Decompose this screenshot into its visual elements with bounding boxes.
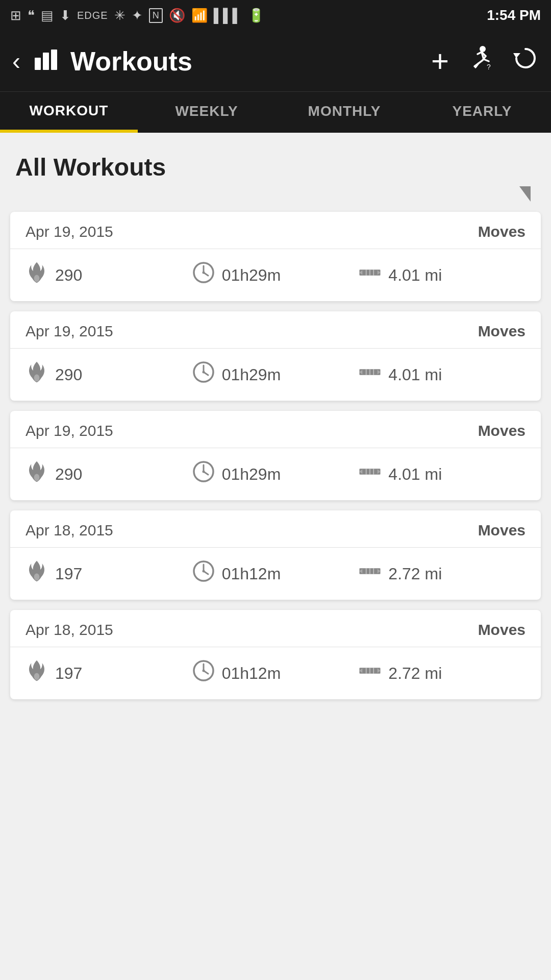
calories-stat: 197 [26, 659, 192, 687]
workout-card[interactable]: Apr 19, 2015 Moves 290 [10, 411, 541, 500]
tab-yearly[interactable]: YEARLY [413, 92, 551, 133]
svg-point-17 [34, 374, 40, 381]
svg-point-28 [34, 474, 40, 481]
section-title: All Workouts [10, 153, 541, 181]
svg-line-54 [204, 671, 208, 674]
sort-triangle-icon [519, 186, 531, 202]
svg-rect-2 [51, 50, 57, 70]
workout-date: Apr 19, 2015 [26, 323, 113, 340]
duration-value: 01h29m [222, 465, 281, 484]
mute-icon: 🔇 [169, 8, 185, 23]
distance-stat: 2.72 mi [359, 560, 525, 587]
main-content: All Workouts Apr 19, 2015 Moves 290 [0, 133, 551, 730]
star-icon: ✦ [132, 8, 143, 23]
download-icon: ⬇ [60, 8, 71, 23]
workout-date: Apr 18, 2015 [26, 522, 113, 539]
distance-stat: 4.01 mi [359, 460, 525, 488]
clock-icon [192, 659, 215, 687]
ruler-icon [359, 659, 381, 687]
card-header: Apr 19, 2015 Moves [10, 212, 541, 249]
duration-stat: 01h29m [192, 361, 359, 388]
workout-card[interactable]: Apr 19, 2015 Moves 290 [10, 212, 541, 301]
ruler-icon [359, 560, 381, 587]
workout-type: Moves [478, 223, 525, 240]
svg-line-32 [204, 472, 208, 475]
workout-card[interactable]: Apr 18, 2015 Moves 197 [10, 610, 541, 699]
svg-line-10 [204, 273, 208, 276]
svg-line-21 [204, 372, 208, 375]
workout-date: Apr 18, 2015 [26, 621, 113, 639]
edge-label: EDGE [77, 10, 108, 21]
calories-stat: 290 [26, 361, 192, 388]
card-header: Apr 18, 2015 Moves [10, 610, 541, 647]
run-activity-button[interactable]: ? [467, 45, 494, 78]
duration-value: 01h29m [222, 365, 281, 384]
wifi-icon: 📶 [191, 8, 208, 23]
card-stats: 290 01h29m [10, 249, 541, 301]
workout-card[interactable]: Apr 18, 2015 Moves 197 [10, 510, 541, 600]
signal-icon: ▌▌▌ [214, 8, 242, 23]
distance-stat: 2.72 mi [359, 659, 525, 687]
distance-stat: 4.01 mi [359, 361, 525, 388]
nfc-icon: N [149, 8, 163, 23]
duration-value: 01h12m [222, 565, 281, 583]
add-workout-button[interactable]: + [431, 43, 449, 79]
calories-value: 290 [55, 266, 82, 285]
distance-value: 4.01 mi [388, 365, 442, 384]
flame-icon [26, 460, 48, 488]
flame-icon [26, 361, 48, 388]
status-bar: ⊞ ❝ ▤ ⬇ EDGE ✳ ✦ N 🔇 📶 ▌▌▌ 🔋 1:54 PM [0, 0, 551, 31]
svg-line-43 [204, 571, 208, 574]
workout-type: Moves [478, 323, 525, 340]
ruler-icon [359, 261, 381, 289]
tab-monthly[interactable]: MONTHLY [276, 92, 413, 133]
card-stats: 197 01h12m [10, 647, 541, 699]
flame-icon [26, 560, 48, 587]
card-header: Apr 19, 2015 Moves [10, 311, 541, 349]
calories-value: 290 [55, 465, 82, 484]
add-icon: ⊞ [10, 8, 21, 23]
svg-point-50 [34, 673, 40, 680]
sort-indicator[interactable] [10, 186, 541, 202]
workout-type: Moves [478, 621, 525, 639]
calories-value: 197 [55, 664, 82, 683]
back-button[interactable]: ‹ [12, 47, 20, 75]
workout-date: Apr 19, 2015 [26, 422, 113, 439]
calories-stat: 290 [26, 460, 192, 488]
card-header: Apr 18, 2015 Moves [10, 510, 541, 548]
workout-date: Apr 19, 2015 [26, 223, 113, 240]
tab-weekly[interactable]: WEEKLY [138, 92, 276, 133]
svg-point-39 [34, 573, 40, 580]
ruler-icon [359, 460, 381, 488]
flame-icon [26, 261, 48, 289]
distance-value: 2.72 mi [388, 664, 442, 683]
clock-icon [192, 560, 215, 587]
svg-rect-0 [35, 58, 41, 70]
chart-icon [35, 47, 60, 75]
tab-workout[interactable]: WORKOUT [0, 92, 138, 133]
workout-card[interactable]: Apr 19, 2015 Moves 290 [10, 311, 541, 401]
duration-stat: 01h29m [192, 460, 359, 488]
svg-point-3 [480, 46, 486, 52]
status-time: 1:54 PM [487, 7, 541, 23]
duration-value: 01h29m [222, 266, 281, 285]
status-icons-left: ⊞ ❝ ▤ ⬇ EDGE ✳ ✦ N 🔇 📶 ▌▌▌ 🔋 [10, 8, 264, 23]
distance-value: 4.01 mi [388, 465, 442, 484]
refresh-button[interactable] [512, 45, 539, 78]
page-title: Workouts [70, 46, 421, 77]
quote-icon: ❝ [28, 8, 35, 23]
calories-stat: 290 [26, 261, 192, 289]
card-stats: 290 01h29m [10, 448, 541, 500]
clock-icon [192, 361, 215, 388]
film-icon: ▤ [41, 8, 54, 23]
card-header: Apr 19, 2015 Moves [10, 411, 541, 448]
clock-icon [192, 460, 215, 488]
workout-type: Moves [478, 422, 525, 439]
svg-text:?: ? [487, 63, 491, 71]
flame-icon [26, 659, 48, 687]
workout-type: Moves [478, 522, 525, 539]
distance-stat: 4.01 mi [359, 261, 525, 289]
battery-icon: 🔋 [248, 8, 264, 23]
duration-value: 01h12m [222, 664, 281, 683]
duration-stat: 01h29m [192, 261, 359, 289]
